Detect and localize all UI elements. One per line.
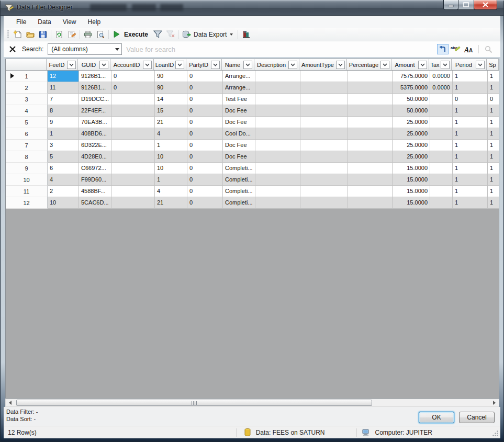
grid-cell-accountid[interactable]: [111, 117, 155, 128]
grid-cell-description[interactable]: [255, 197, 300, 209]
toolbar-grip[interactable]: [7, 30, 9, 39]
search-input[interactable]: [122, 46, 437, 53]
menu-file[interactable]: File: [10, 17, 32, 27]
grid-cell-guid[interactable]: 9126B1...: [79, 71, 111, 82]
properties-button[interactable]: [65, 29, 78, 40]
column-header-loanid[interactable]: LoanID: [154, 59, 186, 70]
maximize-button[interactable]: [458, 0, 474, 10]
scroll-left-button[interactable]: [6, 399, 15, 406]
grid-cell-accountid[interactable]: [111, 197, 155, 209]
grid-cell-feeid[interactable]: 2: [48, 186, 79, 197]
column-header-tax[interactable]: Tax: [429, 59, 452, 70]
menu-help[interactable]: Help: [82, 17, 107, 27]
column-header-percentage[interactable]: Percentage: [347, 59, 391, 70]
grid-cell-percentage[interactable]: [348, 197, 393, 209]
column-header-period[interactable]: Period: [452, 59, 487, 70]
grid-cell-amount[interactable]: 25.0000: [393, 117, 430, 128]
row-header[interactable]: 9: [6, 163, 48, 174]
grid-cell-amounttype[interactable]: [300, 128, 348, 140]
grid-cell-percentage[interactable]: [348, 117, 393, 128]
grid-cell-description[interactable]: [255, 174, 300, 186]
grid-cell-guid[interactable]: D19DCC...: [79, 94, 111, 105]
grid-cell-accountid[interactable]: [111, 174, 155, 186]
grid-cell-amounttype[interactable]: [300, 140, 348, 151]
grid-cell-loanid[interactable]: 1: [155, 174, 187, 186]
column-header-feeid[interactable]: FeeID: [47, 59, 78, 70]
grid-cell-period[interactable]: 1: [453, 117, 488, 128]
grid-cell-name[interactable]: Test Fee: [223, 94, 255, 105]
grid-cell-tax[interactable]: [430, 163, 453, 174]
grid-cell-tax[interactable]: [430, 128, 453, 140]
grid-cell-description[interactable]: [255, 140, 300, 151]
grid-cell-name[interactable]: Doc Fee: [223, 151, 255, 163]
column-header-sp[interactable]: Sp: [487, 59, 499, 70]
grid-cell-guid[interactable]: 9126B1...: [79, 82, 111, 94]
grid-cell-loanid[interactable]: 4: [155, 186, 187, 197]
data-export-label[interactable]: Data Export: [194, 31, 227, 38]
column-filter-button[interactable]: [99, 61, 108, 69]
row-header[interactable]: 7: [6, 140, 48, 151]
grid-cell-name[interactable]: Doc Fee: [223, 105, 255, 117]
row-header[interactable]: 6: [6, 128, 48, 140]
chart-button[interactable]: [240, 29, 252, 40]
grid-cell-feeid[interactable]: 8: [48, 105, 79, 117]
grid-cell-description[interactable]: [255, 128, 300, 140]
grid-cell-feeid[interactable]: 5: [48, 151, 79, 163]
grid-cell-amount[interactable]: 50.0000: [393, 94, 430, 105]
execute-button[interactable]: [110, 29, 123, 40]
grid-cell-name[interactable]: Completi...: [223, 197, 255, 209]
grid-cell-guid[interactable]: 408BD6...: [79, 128, 111, 140]
column-filter-button[interactable]: [211, 61, 220, 69]
grid-cell-period[interactable]: 0: [453, 94, 488, 105]
grid-cell-guid[interactable]: C66972...: [79, 163, 111, 174]
grid-cell-amounttype[interactable]: [300, 163, 348, 174]
grid-cell-amounttype[interactable]: [300, 174, 348, 186]
grid-cell-loanid[interactable]: 4: [155, 128, 187, 140]
grid-cell-name[interactable]: Cool Do...: [223, 128, 255, 140]
print-preview-button[interactable]: [94, 29, 107, 40]
grid-cell-tax[interactable]: [430, 140, 453, 151]
grid-cell-percentage[interactable]: [348, 105, 393, 117]
grid-cell-loanid[interactable]: 1: [155, 140, 187, 151]
grid-cell-sp[interactable]: 1: [488, 197, 499, 209]
grid-cell-period[interactable]: 1: [453, 140, 488, 151]
grid-cell-sp[interactable]: 1: [488, 71, 499, 82]
grid-cell-percentage[interactable]: [348, 174, 393, 186]
grid-cell-accountid[interactable]: [111, 128, 155, 140]
column-filter-button[interactable]: [380, 61, 389, 69]
grid-cell-description[interactable]: [255, 94, 300, 105]
grid-cell-partyid[interactable]: 0: [187, 186, 223, 197]
grid-cell-guid[interactable]: F99D60...: [79, 174, 111, 186]
column-header-amounttype[interactable]: AmountType: [299, 59, 347, 70]
execute-label[interactable]: Execute: [124, 31, 148, 38]
grid-cell-amount[interactable]: 25.0000: [393, 140, 430, 151]
find-button[interactable]: [483, 44, 494, 54]
grid-cell-name[interactable]: Completi...: [223, 174, 255, 186]
search-direction-button[interactable]: [437, 44, 449, 54]
grid-cell-accountid[interactable]: [111, 186, 155, 197]
ok-button[interactable]: OK: [419, 412, 454, 423]
grid-cell-feeid[interactable]: 1: [48, 128, 79, 140]
grid-cell-sp[interactable]: 1: [488, 163, 499, 174]
grid-cell-name[interactable]: Completi...: [223, 186, 255, 197]
grid-cell-partyid[interactable]: 0: [187, 174, 223, 186]
grid-cell-guid[interactable]: 70EA3B...: [79, 117, 111, 128]
grid-cell-period[interactable]: 1: [453, 174, 488, 186]
grid-cell-tax[interactable]: [430, 174, 453, 186]
grid-cell-accountid[interactable]: [111, 140, 155, 151]
grid-cell-amount[interactable]: 5375.0000: [393, 82, 430, 94]
grid-cell-sp[interactable]: 0: [488, 94, 499, 105]
grid-cell-accountid[interactable]: [111, 94, 155, 105]
refresh-button[interactable]: [53, 29, 65, 40]
grid-cell-feeid[interactable]: 11: [48, 82, 79, 94]
row-header[interactable]: 11: [6, 186, 48, 197]
cancel-button[interactable]: Cancel: [459, 412, 495, 423]
grid-cell-amounttype[interactable]: [300, 71, 348, 82]
grid-cell-period[interactable]: 1: [453, 197, 488, 209]
grid-cell-percentage[interactable]: [348, 128, 393, 140]
column-filter-button[interactable]: [336, 61, 345, 69]
grid-cell-tax[interactable]: [430, 197, 453, 209]
row-header[interactable]: 12: [6, 197, 48, 209]
grid-cell-loanid[interactable]: 10: [155, 151, 187, 163]
grid-cell-guid[interactable]: 5CAC6D...: [79, 197, 111, 209]
